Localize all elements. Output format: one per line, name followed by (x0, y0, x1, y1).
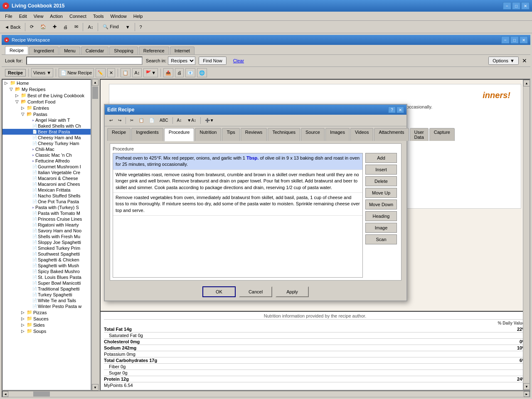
sidebar-item-macaroni-chees2[interactable]: 📄 Macaroni and Chees (2, 181, 91, 187)
tab-internet[interactable]: Internet (170, 47, 195, 54)
dialog-tab-procedure[interactable]: Procedure (164, 128, 195, 141)
sidebar-item-pasta-turkey[interactable]: ▸ Pasta with (Turkey) S (2, 204, 91, 210)
sidebar-item-spaghetti-mush[interactable]: 📄 Spaghetti with Mush (2, 263, 91, 268)
sidebar-item-cheesy-turkey[interactable]: 📄 Cheesy Turkey Ham (2, 140, 91, 146)
add-button[interactable]: ✚ (50, 22, 59, 32)
filter-button[interactable]: ▼ (123, 22, 133, 32)
sidebar-item-savory-ham[interactable]: 📄 Savory Ham and Noo (2, 228, 91, 234)
dialog-spell-button[interactable]: ABC (158, 116, 170, 125)
cancel-button[interactable]: Cancel (239, 286, 272, 297)
add-procedure-button[interactable]: Add (365, 153, 397, 163)
tab-ingredient[interactable]: Ingredient (29, 47, 59, 54)
sidebar-item-my-recipes[interactable]: ▽ 📂 My Recipes (2, 86, 91, 92)
print-button[interactable]: 🖨 (60, 22, 71, 32)
help-toolbar-button[interactable]: ? (137, 22, 145, 32)
image-procedure-button[interactable]: Image (365, 223, 397, 233)
sidebar-item-super-bowl[interactable]: 📄 Super Bowl Manicotti (2, 280, 91, 286)
expand-pizzas[interactable]: ▷ (20, 310, 26, 315)
search-close-icon[interactable]: ✕ (522, 57, 527, 64)
export-button[interactable]: 📤 (163, 68, 173, 77)
clear-button[interactable]: Clear (230, 57, 247, 65)
expand-pastas[interactable]: ▽ (20, 112, 26, 116)
menu-window[interactable]: Window (107, 13, 130, 20)
dialog-tab-recipe[interactable]: Recipe (107, 128, 131, 141)
search-in-dropdown[interactable]: Recipes (168, 57, 195, 65)
workspace-maximize[interactable]: □ (510, 36, 519, 44)
email-button[interactable]: ✉ (71, 22, 81, 32)
tab-reference[interactable]: Reference (139, 47, 169, 54)
ok-button[interactable]: OK (202, 286, 236, 297)
menu-view[interactable]: View (30, 13, 47, 20)
sidebar-item-spicy-baked[interactable]: 📄 Spicy Baked Mushro (2, 268, 91, 274)
dialog-paste-button[interactable]: 📄 (147, 116, 156, 125)
font-recipe-button[interactable]: A↕ (132, 68, 142, 77)
dialog-insert-button[interactable]: ➕▼ (203, 116, 216, 125)
sidebar-item-italian-veg[interactable]: 📄 Italian Vegetable Cre (2, 170, 91, 175)
font-button[interactable]: A↕ (85, 22, 96, 32)
web-button[interactable]: 🌐 (197, 68, 207, 77)
dialog-copy-button[interactable]: 📋 (137, 116, 146, 125)
dialog-tab-nutrition[interactable]: Nutrition (195, 128, 221, 141)
sidebar-item-beer-brat[interactable]: 📄 Beer Brat Pasta (2, 129, 91, 135)
sidebar-item-winter-pesto[interactable]: 📄 Winter Pesto Pasta w (2, 303, 91, 309)
tab-calendar[interactable]: Calendar (81, 47, 109, 54)
menu-help[interactable]: Help (130, 13, 146, 20)
sidebar-item-smoked-turkey[interactable]: 📄 Smoked Turkey Prim (2, 245, 91, 251)
dialog-tab-reviews[interactable]: Reviews (241, 128, 267, 141)
move-up-button[interactable]: Move Up (365, 188, 397, 198)
sidebar-item-gourmet[interactable]: 📄 Gourmet Mushroom I (2, 164, 91, 170)
tab-menu[interactable]: Menu (59, 47, 80, 54)
dialog-tab-ingredients[interactable]: Ingredients (131, 128, 163, 141)
sidebar-item-pizzas[interactable]: ▷ 📁 Pizzas (2, 309, 91, 315)
home-button[interactable]: 🏠 (37, 22, 49, 32)
dialog-redo-button[interactable]: ↪ (116, 116, 123, 125)
sidebar-item-pasta-tomato[interactable]: 📄 Pasta with Tomato M (2, 210, 91, 216)
sidebar-item-traditional[interactable]: 📄 Traditional Spaghetti (2, 286, 91, 292)
new-recipe-button[interactable]: 📄 New Recipe (59, 68, 94, 77)
sidebar-item-angel-hair[interactable]: ▸ Angel Hair with T (2, 117, 91, 123)
dialog-tab-source[interactable]: Source (301, 128, 325, 141)
copy-recipe-button[interactable]: 📋 (121, 68, 131, 77)
minimize-button[interactable]: − (503, 2, 511, 10)
dialog-font-button[interactable]: A↕ (175, 116, 184, 125)
delete-procedure-button[interactable]: Delete (365, 176, 397, 186)
sidebar-item-white-tie[interactable]: 📄 White Tie and Tails (2, 298, 91, 303)
menu-connect[interactable]: Connect (66, 13, 90, 20)
procedure-item-1[interactable]: Preheat oven to 425°F. Mix red pepper, o… (113, 153, 362, 170)
workspace-close[interactable]: ✕ (520, 36, 528, 44)
dialog-format-button[interactable]: ▼A↕ (185, 116, 198, 125)
expand-sides[interactable]: ▷ (20, 323, 26, 327)
refresh-button[interactable]: ⟳ (27, 22, 37, 32)
move-down-button[interactable]: Move Down (365, 200, 397, 209)
dialog-tab-tips[interactable]: Tips (222, 128, 239, 141)
search-input[interactable] (26, 57, 143, 65)
sidebar-item-sloppy[interactable]: 📄 Sloppy Joe Spaghetti (2, 239, 91, 245)
dialog-tab-images[interactable]: Images (325, 128, 350, 141)
sidebar-item-mexican[interactable]: 📄 Mexican Frittata (2, 187, 91, 193)
sidebar-item-southwest[interactable]: 📄 Southwest Spaghetti (2, 251, 91, 257)
tab-recipe[interactable]: Recipe (5, 46, 28, 54)
heading-button[interactable]: Heading (365, 211, 397, 221)
expand-soups[interactable]: ▷ (20, 329, 26, 333)
insert-procedure-button[interactable]: Insert (365, 165, 397, 175)
tab-shopping[interactable]: Shopping (109, 47, 138, 54)
delete-recipe-button[interactable]: ✕ (107, 68, 115, 77)
sidebar-item-sides[interactable]: ▷ 📁 Sides (2, 322, 91, 328)
workspace-minimize[interactable]: − (501, 36, 510, 44)
sidebar-item-st-louis[interactable]: 📄 St. Louis Blues Pasta (2, 274, 91, 280)
menu-file[interactable]: File (2, 13, 16, 20)
sidebar-item-turkey-spaghetti[interactable]: 📄 Turkey Spaghetti (2, 292, 91, 298)
dialog-tab-attachments[interactable]: Attachments (374, 128, 409, 141)
dialog-tab-videos[interactable]: Videos (350, 128, 373, 141)
expand-sauces[interactable]: ▷ (20, 316, 26, 321)
sidebar-item-pastas[interactable]: ▽ 📂 Pastas (2, 111, 91, 117)
sidebar-item-princess[interactable]: 📄 Princess Cruise Lines (2, 216, 91, 222)
sidebar-item-chili-mac[interactable]: ▸ Chili-Mac (2, 146, 91, 152)
print-recipe-button[interactable]: 🖨 (175, 68, 184, 77)
h-scroll-left-button[interactable]: ◄ (2, 391, 8, 397)
dialog-undo-button[interactable]: ↩ (107, 116, 115, 125)
procedure-item-2[interactable]: While vegetables roast, remove casing fr… (113, 170, 362, 193)
dialog-tab-user-data[interactable]: User Data (410, 128, 429, 141)
dialog-cut-button[interactable]: ✂ (128, 116, 135, 125)
sidebar-item-rigatoni[interactable]: 📄 Rigatoni with Hearty (2, 222, 91, 228)
